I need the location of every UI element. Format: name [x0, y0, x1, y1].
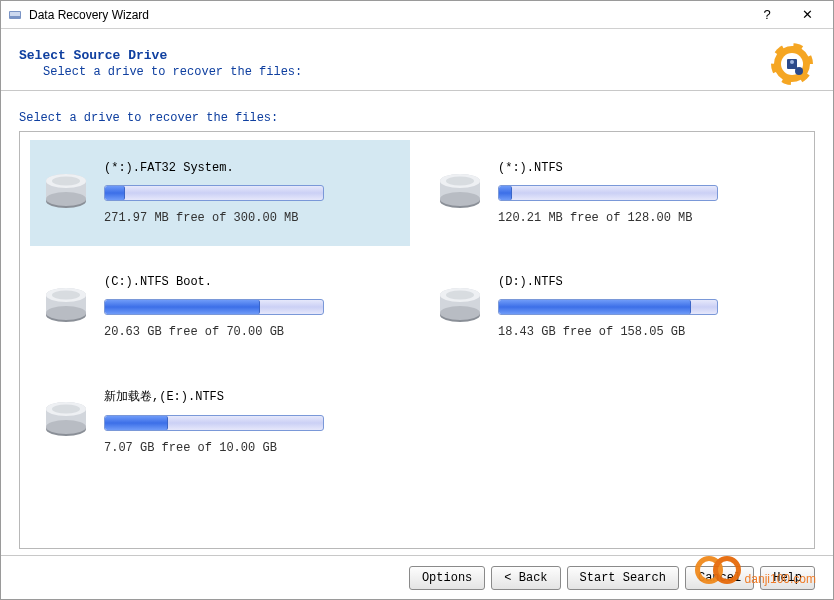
- drive-free-text: 7.07 GB free of 10.00 GB: [104, 441, 398, 455]
- svg-point-7: [795, 67, 803, 75]
- usage-bar: [498, 185, 718, 201]
- svg-point-35: [46, 420, 86, 434]
- instruction-text: Select a drive to recover the files:: [19, 111, 815, 125]
- drive-free-text: 120.21 MB free of 128.00 MB: [498, 211, 792, 225]
- header-subtext: Select a drive to recover the files:: [43, 65, 769, 79]
- svg-point-25: [52, 291, 80, 300]
- start-search-button[interactable]: Start Search: [567, 566, 679, 590]
- drive-free-text: 18.43 GB free of 158.05 GB: [498, 325, 792, 339]
- window-title: Data Recovery Wizard: [29, 8, 747, 22]
- drive-name: (D:).NTFS: [498, 275, 792, 289]
- drive-name: (*:).NTFS: [498, 161, 792, 175]
- footer-toolbar: Options < Back Start Search Cancel Help: [1, 555, 833, 599]
- wizard-header: Select Source Drive Select a drive to re…: [1, 29, 833, 91]
- lifebuoy-icon: [769, 41, 815, 87]
- header-heading: Select Source Drive: [19, 48, 769, 63]
- svg-point-23: [46, 306, 86, 320]
- drive-name: (*:).FAT32 System.: [104, 161, 398, 175]
- svg-point-37: [52, 405, 80, 414]
- hard-drive-icon: [42, 171, 90, 215]
- cancel-button[interactable]: Cancel: [685, 566, 754, 590]
- svg-point-29: [440, 306, 480, 320]
- svg-rect-1: [10, 12, 20, 16]
- help-button[interactable]: Help: [760, 566, 815, 590]
- usage-bar: [104, 415, 324, 431]
- drive-list: (*:).FAT32 System. 271.97 MB free of 300…: [19, 131, 815, 549]
- drive-card[interactable]: (*:).NTFS 120.21 MB free of 128.00 MB: [424, 140, 804, 246]
- svg-point-19: [446, 177, 474, 186]
- svg-point-17: [440, 192, 480, 206]
- app-icon: [7, 7, 23, 23]
- hard-drive-icon: [436, 285, 484, 329]
- titlebar: Data Recovery Wizard ? ✕: [1, 1, 833, 29]
- hard-drive-icon: [436, 171, 484, 215]
- usage-bar: [498, 299, 718, 315]
- close-button[interactable]: ✕: [787, 1, 827, 29]
- usage-bar: [104, 299, 324, 315]
- drive-card[interactable]: 新加载卷,(E:).NTFS 7.07 GB free of 10.00 GB: [30, 368, 410, 474]
- svg-point-11: [46, 192, 86, 206]
- drive-card[interactable]: (D:).NTFS 18.43 GB free of 158.05 GB: [424, 254, 804, 360]
- svg-point-31: [446, 291, 474, 300]
- drive-card[interactable]: (*:).FAT32 System. 271.97 MB free of 300…: [30, 140, 410, 246]
- svg-point-13: [52, 177, 80, 186]
- usage-bar: [104, 185, 324, 201]
- help-button[interactable]: ?: [747, 1, 787, 29]
- back-button[interactable]: < Back: [491, 566, 560, 590]
- drive-free-text: 271.97 MB free of 300.00 MB: [104, 211, 398, 225]
- svg-point-6: [790, 60, 794, 64]
- hard-drive-icon: [42, 399, 90, 443]
- options-button[interactable]: Options: [409, 566, 485, 590]
- drive-card[interactable]: (C:).NTFS Boot. 20.63 GB free of 70.00 G…: [30, 254, 410, 360]
- hard-drive-icon: [42, 285, 90, 329]
- drive-free-text: 20.63 GB free of 70.00 GB: [104, 325, 398, 339]
- drive-name: (C:).NTFS Boot.: [104, 275, 398, 289]
- drive-name: 新加载卷,(E:).NTFS: [104, 388, 398, 405]
